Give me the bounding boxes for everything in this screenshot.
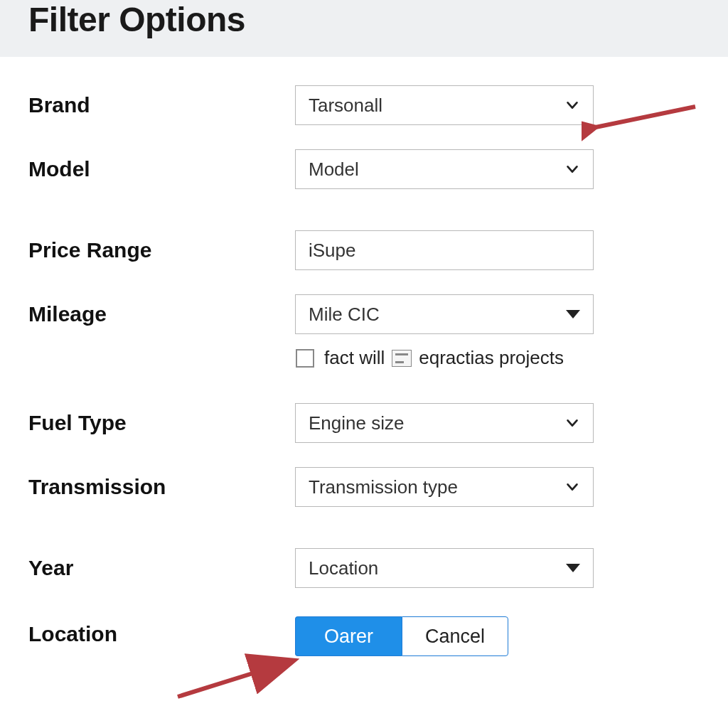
primary-button[interactable]: Oarer [295, 616, 402, 656]
model-select-value: Model [309, 159, 564, 181]
svg-line-1 [178, 661, 291, 697]
checkbox-row: fact will eqractias projects [296, 347, 700, 369]
transmission-select[interactable]: Transmission type [295, 467, 594, 507]
mileage-select-value: Mile CIC [309, 304, 566, 326]
fact-will-checkbox[interactable] [296, 349, 314, 368]
location-label: Location [28, 622, 295, 646]
caret-down-icon [566, 564, 580, 572]
cancel-button-label: Cancel [425, 626, 485, 648]
transmission-label: Transmission [28, 475, 295, 499]
caret-down-icon [566, 310, 580, 318]
fuel-type-select-value: Engine size [309, 412, 564, 434]
chevron-down-icon [564, 479, 580, 495]
brand-label: Brand [28, 93, 295, 117]
cancel-button[interactable]: Cancel [402, 616, 508, 656]
chevron-down-icon [564, 161, 580, 177]
filter-form: Brand Tarsonall Model Model Price Range [0, 57, 728, 656]
model-select[interactable]: Model [295, 149, 594, 189]
price-range-label: Price Range [28, 238, 295, 262]
model-label: Model [28, 157, 295, 181]
year-select[interactable]: Location [295, 548, 594, 588]
document-icon [392, 350, 412, 367]
mileage-label: Mileage [28, 302, 295, 326]
checkbox-text-right: eqractias projects [419, 347, 564, 369]
fuel-type-select[interactable]: Engine size [295, 403, 594, 443]
dialog-header: Filter Options [0, 0, 728, 57]
fuel-type-label: Fuel Type [28, 411, 295, 435]
page-title: Filter Options [28, 0, 700, 39]
year-label: Year [28, 556, 295, 580]
mileage-select[interactable]: Mile CIC [295, 294, 594, 334]
year-select-value: Location [309, 557, 566, 579]
primary-button-label: Oarer [324, 626, 373, 648]
brand-select-value: Tarsonall [309, 95, 564, 117]
checkbox-text-left: fact will [324, 347, 385, 369]
brand-select[interactable]: Tarsonall [295, 85, 594, 125]
price-range-value: iSupe [309, 240, 580, 262]
chevron-down-icon [564, 97, 580, 113]
chevron-down-icon [564, 415, 580, 431]
transmission-select-value: Transmission type [309, 476, 564, 498]
price-range-input[interactable]: iSupe [295, 230, 594, 270]
